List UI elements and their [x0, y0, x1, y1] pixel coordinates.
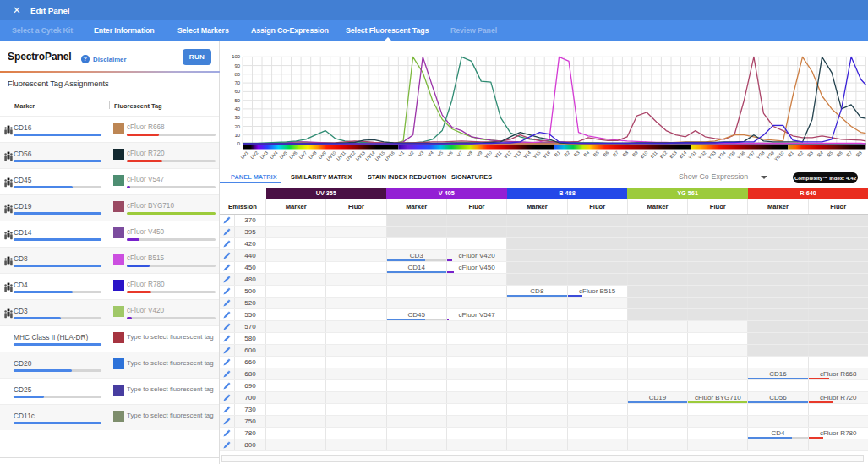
svg-text:YG5: YG5: [726, 150, 736, 160]
svg-text:UV2: UV2: [249, 150, 259, 160]
svg-text:R6: R6: [836, 150, 843, 157]
svg-text:B11: B11: [649, 150, 658, 159]
svg-text:V15: V15: [532, 150, 542, 159]
svg-text:V10: V10: [483, 150, 493, 159]
svg-text:40: 40: [234, 106, 240, 112]
svg-text:80: 80: [234, 72, 240, 77]
svg-text:UV15: UV15: [374, 150, 386, 161]
svg-text:B2: B2: [563, 150, 570, 157]
svg-text:V1: V1: [397, 150, 405, 157]
svg-text:20: 20: [234, 124, 240, 129]
svg-text:60: 60: [234, 89, 240, 94]
svg-text:B3: B3: [573, 150, 581, 157]
svg-text:UV5: UV5: [278, 150, 288, 160]
svg-text:V6: V6: [446, 150, 454, 157]
svg-text:V2: V2: [407, 150, 415, 157]
svg-text:B10: B10: [639, 150, 648, 159]
svg-text:100: 100: [232, 54, 241, 59]
svg-text:B1: B1: [554, 150, 561, 157]
svg-text:UV1: UV1: [239, 150, 249, 160]
svg-text:90: 90: [234, 63, 240, 68]
svg-text:V4: V4: [427, 150, 434, 157]
svg-text:B7: B7: [612, 150, 620, 157]
svg-text:UV6: UV6: [288, 150, 298, 160]
svg-text:V16: V16: [542, 150, 551, 159]
svg-text:YG3: YG3: [707, 150, 717, 160]
svg-text:R8: R8: [855, 150, 863, 157]
svg-text:0: 0: [237, 141, 241, 146]
svg-text:30: 30: [234, 115, 240, 120]
svg-text:YG2: YG2: [697, 150, 707, 160]
svg-text:R7: R7: [845, 150, 853, 157]
svg-text:UV4: UV4: [269, 150, 279, 160]
svg-text:70: 70: [234, 80, 240, 85]
svg-text:B9: B9: [631, 150, 639, 157]
svg-text:B13: B13: [669, 150, 678, 159]
svg-text:B12: B12: [658, 150, 668, 159]
svg-text:V12: V12: [503, 150, 512, 159]
svg-text:UV13: UV13: [354, 150, 366, 161]
svg-text:UV8: UV8: [308, 150, 318, 160]
svg-text:B5: B5: [592, 150, 600, 157]
svg-text:YG10: YG10: [773, 150, 785, 161]
svg-text:YG4: YG4: [717, 150, 727, 160]
svg-text:UV11: UV11: [336, 150, 347, 161]
svg-text:UV3: UV3: [259, 150, 269, 160]
svg-text:10: 10: [234, 133, 240, 138]
svg-text:UV16: UV16: [384, 150, 396, 161]
svg-text:50: 50: [234, 98, 240, 103]
svg-text:UV12: UV12: [345, 150, 357, 161]
svg-text:B14: B14: [678, 150, 687, 159]
svg-text:V13: V13: [513, 150, 522, 159]
svg-text:R2: R2: [797, 150, 805, 157]
svg-text:V14: V14: [522, 150, 532, 159]
svg-text:R3: R3: [806, 150, 814, 157]
svg-text:B8: B8: [621, 150, 629, 157]
svg-text:B6: B6: [602, 150, 609, 157]
svg-text:R1: R1: [787, 150, 794, 157]
svg-text:YG6: YG6: [736, 150, 746, 160]
svg-text:UV7: UV7: [298, 150, 308, 160]
svg-text:UV10: UV10: [325, 150, 337, 161]
svg-text:YG7: YG7: [745, 150, 756, 160]
svg-text:V9: V9: [476, 150, 483, 157]
svg-text:B4: B4: [582, 150, 590, 157]
svg-text:V3: V3: [418, 150, 425, 157]
svg-text:V7: V7: [456, 150, 464, 157]
svg-text:V8: V8: [466, 150, 473, 157]
svg-text:V5: V5: [437, 150, 445, 157]
svg-text:YG8: YG8: [756, 150, 766, 160]
svg-text:R4: R4: [816, 150, 824, 157]
svg-text:YG1: YG1: [687, 150, 697, 160]
svg-text:V11: V11: [494, 150, 503, 159]
svg-text:R5: R5: [826, 150, 833, 157]
svg-text:UV14: UV14: [364, 150, 376, 161]
